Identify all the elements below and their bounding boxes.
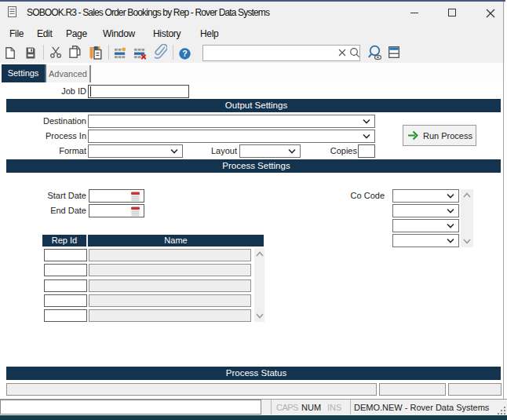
svg-text:?: ?	[182, 49, 187, 58]
